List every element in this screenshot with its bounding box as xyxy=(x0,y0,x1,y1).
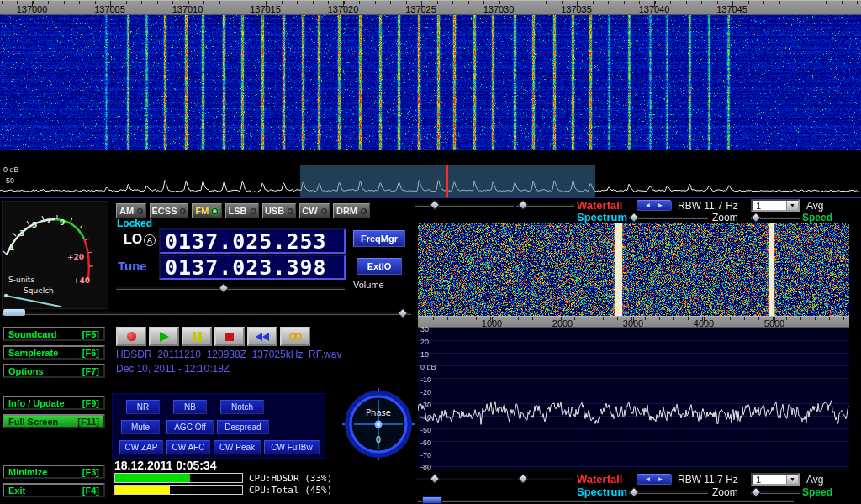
tune-frequency-display[interactable]: 0137.023.398 xyxy=(159,255,346,280)
slider-thumb[interactable] xyxy=(518,474,529,485)
mode-label: USB xyxy=(265,206,284,216)
main-spectrum-display[interactable] xyxy=(0,165,861,197)
smeter-needle-tip xyxy=(4,294,8,297)
minimize-button[interactable]: Minimize [F3] xyxy=(3,465,105,479)
rf-waterfall-label[interactable]: Waterfall xyxy=(577,199,622,212)
play-icon xyxy=(160,332,169,342)
cw-fullbw-button[interactable]: CW FullBw xyxy=(264,440,320,454)
slider-thumb[interactable] xyxy=(430,200,441,211)
soundcard-button[interactable]: Soundcard [F5] xyxy=(3,327,105,341)
rf-frequency-scale[interactable]: 1000 2000 3000 4000 5000 xyxy=(418,316,849,328)
lo-frequency-display[interactable]: 0137.025.253 xyxy=(159,228,346,254)
dsp-label: CW Peak xyxy=(219,443,255,452)
frequency-scale[interactable]: 137000 137005 137010 137015 137020 13702… xyxy=(0,0,861,15)
mode-button-fm[interactable]: FM xyxy=(192,203,222,218)
mode-button-ecss[interactable]: ECSS xyxy=(150,203,188,218)
rf-spectrum-display[interactable] xyxy=(418,328,849,470)
pause-button[interactable] xyxy=(182,327,212,346)
despread-button[interactable]: Despread xyxy=(217,420,269,434)
samplerate-button[interactable]: Samplerate [F6] xyxy=(3,345,105,360)
scroll-right-icon[interactable]: ► xyxy=(658,475,664,483)
mute-button[interactable]: Mute xyxy=(121,420,160,434)
cw-peak-button[interactable]: CW Peak xyxy=(214,440,261,454)
cw-zap-button[interactable]: CW ZAP xyxy=(119,440,163,454)
tune-marker-line[interactable] xyxy=(446,165,448,197)
dropdown-arrow-icon[interactable]: ▼ xyxy=(786,475,798,484)
rewind-button[interactable] xyxy=(247,327,277,346)
scrollbar-thumb[interactable] xyxy=(422,496,442,504)
db-top-label: 0 dB xyxy=(3,165,19,174)
rf-brightness-slider[interactable] xyxy=(415,199,514,211)
button-hotkey: [F11] xyxy=(77,417,99,427)
dropdown-arrow-icon[interactable]: ▼ xyxy=(786,201,798,210)
rf-avg-select-bottom[interactable]: 1 ▼ xyxy=(751,473,800,486)
slider-thumb[interactable] xyxy=(750,213,761,223)
slider-thumb[interactable] xyxy=(628,486,639,497)
main-waterfall-display[interactable] xyxy=(0,0,861,150)
cw-afc-button[interactable]: CW AFC xyxy=(166,440,210,454)
rf-pan-scrollbar[interactable] xyxy=(418,496,794,504)
notch-button[interactable]: Notch xyxy=(220,400,264,414)
rf-spectrum-label[interactable]: Spectrum xyxy=(577,211,627,223)
rf-brightness-slider-bottom[interactable] xyxy=(415,473,514,485)
rf-avg-select[interactable]: 1 ▼ xyxy=(751,199,800,212)
freqmgr-button[interactable]: FreqMgr xyxy=(353,230,405,247)
af-tuning-slider[interactable] xyxy=(2,307,411,319)
rf-waterfall-label-bottom[interactable]: Waterfall xyxy=(577,473,622,486)
slider-thumb[interactable] xyxy=(218,282,229,293)
volume-slider[interactable] xyxy=(116,282,345,293)
rf-speed-slider[interactable] xyxy=(751,213,800,223)
rf-waterfall-display[interactable] xyxy=(418,223,849,316)
mode-button-am[interactable]: AM xyxy=(116,203,146,218)
stop-button[interactable] xyxy=(214,327,245,346)
mode-button-drm[interactable]: DRM xyxy=(333,203,370,218)
exit-button[interactable]: Exit [F4] xyxy=(3,483,105,497)
rf-db-label: 0 dB xyxy=(420,363,436,371)
nb-button[interactable]: NB xyxy=(173,400,207,414)
mode-label: LSB xyxy=(229,206,247,216)
agc-off-button[interactable]: AGC Off xyxy=(166,420,214,434)
rf-waterfall-canvas[interactable] xyxy=(418,223,849,316)
button-hotkey: [F5] xyxy=(82,329,99,339)
options-button[interactable]: Options [F7] xyxy=(3,364,105,378)
info-update-button[interactable]: Info / Update [F9] xyxy=(3,396,105,410)
lo-lock-badge[interactable]: A xyxy=(144,234,156,246)
slider-thumb[interactable] xyxy=(518,200,529,211)
scroll-right-icon[interactable]: ► xyxy=(658,202,664,209)
rf-avg-value: 1 xyxy=(756,475,761,485)
mode-button-lsb[interactable]: LSB xyxy=(225,203,259,218)
squelch-level-indicator[interactable] xyxy=(3,309,25,316)
slider-thumb[interactable] xyxy=(628,212,639,223)
rf-scroll-button[interactable]: ◄ ► xyxy=(637,200,672,211)
rf-zoom-slider[interactable] xyxy=(629,212,708,223)
extio-button[interactable]: ExtIO xyxy=(357,258,402,275)
main-waterfall-canvas[interactable] xyxy=(0,0,861,150)
mode-led-icon xyxy=(288,208,293,214)
phase-dot-center xyxy=(377,423,380,426)
button-hotkey: [F4] xyxy=(82,486,99,496)
record-button[interactable] xyxy=(116,327,146,346)
slider-thumb[interactable] xyxy=(398,308,409,319)
rf-db-label: -30 xyxy=(420,401,431,409)
separator-line xyxy=(0,197,861,198)
cpu-total-bar xyxy=(114,485,243,495)
rf-zoom-label: Zoom xyxy=(712,212,738,223)
loop-button[interactable] xyxy=(280,327,310,346)
slider-thumb[interactable] xyxy=(430,474,441,485)
scroll-left-icon[interactable]: ◄ xyxy=(645,202,652,209)
fullscreen-button[interactable]: Full Screen [F11] xyxy=(3,414,105,428)
button-label: Soundcard xyxy=(8,329,56,339)
mode-button-usb[interactable]: USB xyxy=(262,203,296,218)
mode-button-cw[interactable]: CW xyxy=(299,203,330,218)
scroll-left-icon[interactable]: ◄ xyxy=(645,475,652,483)
rf-db-label: -20 xyxy=(420,388,431,396)
nr-button[interactable]: NR xyxy=(126,400,160,414)
rf-contrast-slider[interactable] xyxy=(516,199,574,211)
s-meter: 1 3 5 7 9 +20 +40 S-units Squelch xyxy=(2,201,108,309)
play-button[interactable] xyxy=(149,327,179,346)
rf-spectrum-canvas[interactable] xyxy=(418,328,849,470)
button-label: Minimize xyxy=(8,467,47,477)
locked-label: Locked xyxy=(117,218,152,229)
rf-scroll-button-bottom[interactable]: ◄ ► xyxy=(637,474,672,485)
rf-contrast-slider-bottom[interactable] xyxy=(516,473,574,485)
